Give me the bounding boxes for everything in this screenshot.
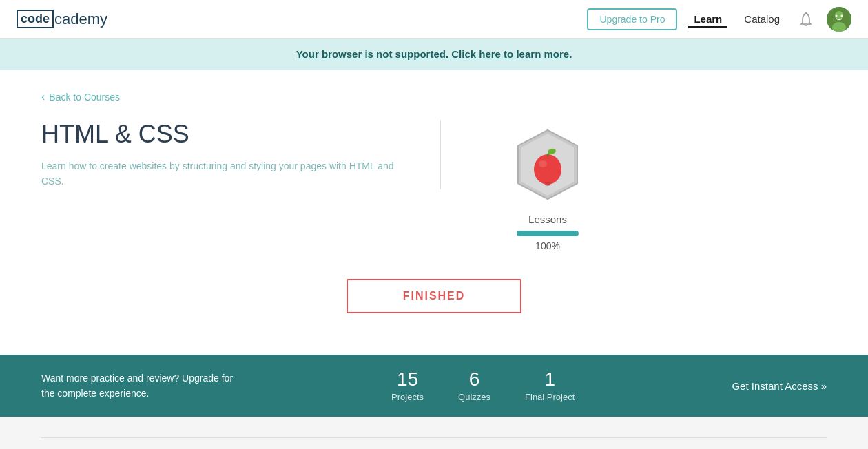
catalog-nav-link[interactable]: Catalog — [738, 10, 785, 28]
main-content: ‹ Back to Courses HTML & CSS Learn how t… — [0, 70, 868, 355]
stat-projects-label: Projects — [391, 392, 424, 402]
navbar-right: Upgrade to Pro Learn Catalog — [587, 7, 851, 32]
progress-bar — [517, 231, 579, 236]
upgrade-banner: Want more practice and review? Upgrade f… — [0, 355, 868, 417]
course-title: HTML & CSS — [41, 120, 413, 149]
back-to-courses-link[interactable]: ‹ Back to Courses — [41, 91, 827, 103]
progress-bar-fill — [517, 231, 579, 236]
progress-percent: 100% — [535, 240, 560, 251]
unit-section: UNIT 1: INTRODUCTION TO HTML — [0, 417, 868, 449]
svg-point-9 — [539, 160, 547, 167]
stat-projects-number: 15 — [391, 368, 424, 390]
upgrade-stats: 15 Projects 6 Quizzes 1 Final Project — [276, 368, 690, 403]
notifications-icon[interactable] — [796, 10, 816, 29]
stat-final-project: 1 Final Project — [525, 368, 575, 403]
stat-final-number: 1 — [525, 368, 575, 390]
finished-section: FINISHED — [41, 251, 827, 334]
stat-quizzes-number: 6 — [458, 368, 490, 390]
logo-code: code — [17, 10, 54, 28]
back-link-text: Back to Courses — [49, 92, 120, 103]
learn-nav-link[interactable]: Learn — [688, 10, 727, 28]
upgrade-banner-text: Want more practice and review? Upgrade f… — [41, 370, 234, 401]
stat-projects: 15 Projects — [391, 368, 424, 403]
stat-quizzes-label: Quizzes — [458, 392, 490, 402]
svg-point-0 — [805, 12, 807, 14]
browser-banner-link[interactable]: Your browser is not supported. Click her… — [296, 48, 572, 60]
chevron-left-icon: ‹ — [41, 91, 45, 103]
navbar: codecademy Upgrade to Pro Learn Catalog — [0, 0, 868, 39]
course-description: Learn how to create websites by structur… — [41, 158, 413, 189]
stat-final-label: Final Project — [525, 392, 575, 402]
upgrade-to-pro-button[interactable]: Upgrade to Pro — [587, 8, 677, 30]
badge-hexagon — [513, 127, 582, 202]
svg-point-11 — [545, 182, 550, 186]
badge-label: Lessons — [528, 213, 567, 225]
logo[interactable]: codecademy — [17, 10, 107, 28]
navbar-left: codecademy — [17, 10, 107, 28]
course-info: HTML & CSS Learn how to create websites … — [41, 120, 441, 189]
unit-divider — [41, 437, 827, 438]
get-instant-access-button[interactable]: Get Instant Access » — [732, 380, 827, 392]
stat-quizzes: 6 Quizzes — [458, 368, 490, 403]
browser-banner: Your browser is not supported. Click her… — [0, 39, 868, 70]
course-header: HTML & CSS Learn how to create websites … — [41, 120, 827, 251]
avatar[interactable] — [827, 7, 851, 32]
course-badge: Lessons 100% — [441, 120, 613, 251]
logo-cademy: cademy — [54, 10, 107, 28]
svg-point-5 — [841, 14, 843, 17]
svg-point-8 — [534, 154, 561, 185]
svg-point-4 — [836, 14, 838, 17]
finished-button[interactable]: FINISHED — [347, 279, 522, 313]
